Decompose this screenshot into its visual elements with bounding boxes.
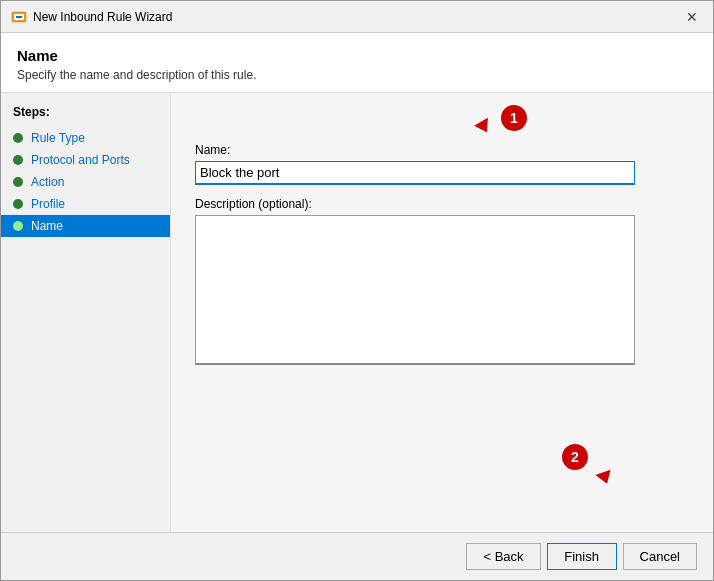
header-title: Name (17, 47, 697, 64)
step-label-rule-type: Rule Type (31, 131, 85, 145)
header-subtitle: Specify the name and description of this… (17, 68, 697, 82)
step-label-protocol-ports: Protocol and Ports (31, 153, 130, 167)
step-label-name: Name (31, 219, 63, 233)
title-bar: New Inbound Rule Wizard ✕ (1, 1, 713, 33)
app-icon (11, 9, 27, 25)
window-title: New Inbound Rule Wizard (33, 10, 172, 24)
annotation-badge-2: 2 (562, 444, 588, 470)
name-field-group: Name: (195, 143, 689, 185)
window: New Inbound Rule Wizard ✕ Name Specify t… (0, 0, 714, 581)
cancel-button[interactable]: Cancel (623, 543, 697, 570)
step-dot-name (13, 221, 23, 231)
step-label-profile: Profile (31, 197, 65, 211)
header-section: Name Specify the name and description of… (1, 33, 713, 93)
step-dot-action (13, 177, 23, 187)
steps-label: Steps: (1, 105, 170, 127)
sidebar-item-protocol-ports[interactable]: Protocol and Ports (1, 149, 170, 171)
description-field-group: Description (optional): (195, 197, 689, 365)
right-panel: 1 Name: Description (optional): 2 (171, 93, 713, 532)
main-body: Steps: Rule Type Protocol and Ports Acti… (1, 93, 713, 532)
name-input[interactable] (195, 161, 635, 185)
sidebar: Steps: Rule Type Protocol and Ports Acti… (1, 93, 171, 532)
step-dot-protocol-ports (13, 155, 23, 165)
close-button[interactable]: ✕ (681, 6, 703, 28)
name-label: Name: (195, 143, 689, 157)
sidebar-item-name[interactable]: Name (1, 215, 170, 237)
footer: < Back Finish Cancel (1, 532, 713, 580)
finish-button[interactable]: Finish (547, 543, 617, 570)
sidebar-item-profile[interactable]: Profile (1, 193, 170, 215)
step-dot-profile (13, 199, 23, 209)
annotation-arrow-2 (595, 470, 614, 487)
sidebar-item-action[interactable]: Action (1, 171, 170, 193)
title-bar-left: New Inbound Rule Wizard (11, 9, 172, 25)
annotation-arrow-1 (474, 118, 494, 136)
svg-rect-2 (16, 16, 22, 18)
annotation-badge-1: 1 (501, 105, 527, 131)
description-label: Description (optional): (195, 197, 689, 211)
sidebar-item-rule-type[interactable]: Rule Type (1, 127, 170, 149)
back-button[interactable]: < Back (466, 543, 540, 570)
step-label-action: Action (31, 175, 64, 189)
description-input[interactable] (195, 215, 635, 365)
step-dot-rule-type (13, 133, 23, 143)
